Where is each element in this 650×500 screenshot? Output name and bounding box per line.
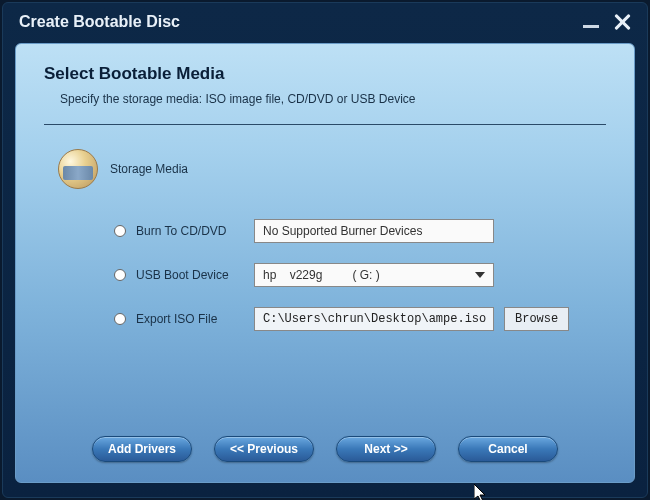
storage-media-row: Storage Media [58, 149, 606, 189]
next-button[interactable]: Next >> [336, 436, 436, 462]
iso-label: Export ISO File [136, 312, 244, 326]
cancel-button[interactable]: Cancel [458, 436, 558, 462]
option-burn-cd-dvd: Burn To CD/DVD No Supported Burner Devic… [114, 219, 606, 243]
window-controls [583, 13, 631, 31]
close-icon[interactable] [613, 13, 631, 31]
burn-device-field: No Supported Burner Devices [254, 219, 494, 243]
divider [44, 124, 606, 125]
browse-button[interactable]: Browse [504, 307, 569, 331]
options-group: Burn To CD/DVD No Supported Burner Devic… [114, 219, 606, 331]
burn-label: Burn To CD/DVD [136, 224, 244, 238]
page-heading: Select Bootable Media [44, 64, 606, 84]
content-panel: Select Bootable Media Specify the storag… [15, 43, 635, 483]
dialog-window: Create Bootable Disc Select Bootable Med… [2, 2, 648, 498]
option-export-iso: Export ISO File C:\Users\chrun\Desktop\a… [114, 307, 606, 331]
minimize-icon[interactable] [583, 25, 599, 28]
radio-usb[interactable] [114, 269, 126, 281]
storage-media-icon [58, 149, 98, 189]
radio-burn[interactable] [114, 225, 126, 237]
window-title: Create Bootable Disc [19, 13, 180, 31]
page-subheading: Specify the storage media: ISO image fil… [60, 92, 606, 106]
mouse-cursor-icon [474, 484, 490, 500]
usb-device-value: hp v229g ( G: ) [263, 264, 380, 286]
storage-media-label: Storage Media [110, 162, 188, 176]
usb-label: USB Boot Device [136, 268, 244, 282]
titlebar: Create Bootable Disc [3, 3, 647, 39]
add-drivers-button[interactable]: Add Drivers [92, 436, 192, 462]
usb-device-dropdown[interactable]: hp v229g ( G: ) [254, 263, 494, 287]
previous-button[interactable]: << Previous [214, 436, 314, 462]
option-usb-boot: USB Boot Device hp v229g ( G: ) [114, 263, 606, 287]
button-bar: Add Drivers << Previous Next >> Cancel [16, 436, 634, 462]
chevron-down-icon [475, 272, 485, 278]
iso-path-field[interactable]: C:\Users\chrun\Desktop\ampe.iso [254, 307, 494, 331]
radio-iso[interactable] [114, 313, 126, 325]
